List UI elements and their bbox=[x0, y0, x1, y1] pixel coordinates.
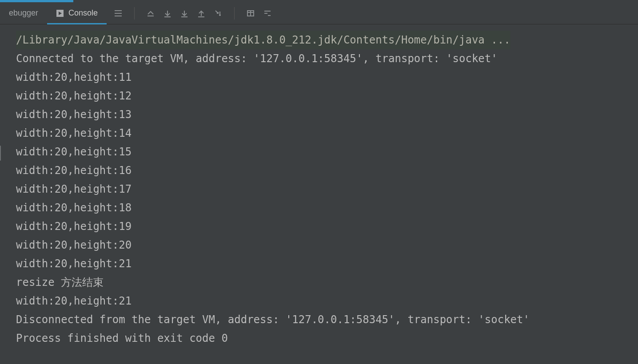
console-line: Disconnected from the target VM, address… bbox=[16, 310, 638, 329]
console-play-icon bbox=[56, 9, 64, 17]
toolbar-icons bbox=[107, 7, 273, 20]
toolbar-separator bbox=[234, 7, 235, 20]
console-line: width:20,height:19 bbox=[16, 217, 638, 236]
console-line: width:20,height:21 bbox=[16, 292, 638, 310]
download-icon[interactable] bbox=[179, 8, 190, 19]
console-line: width:20,height:17 bbox=[16, 180, 638, 198]
console-line: width:20,height:14 bbox=[16, 124, 638, 142]
grid-icon[interactable] bbox=[245, 8, 256, 19]
console-line: Connected to the target VM, address: '12… bbox=[16, 49, 638, 68]
scroll-up-arrow-icon[interactable] bbox=[145, 8, 156, 19]
filter-icon[interactable] bbox=[113, 8, 124, 19]
jump-to-line-icon[interactable] bbox=[213, 8, 223, 19]
toolbar-separator bbox=[134, 7, 135, 20]
console-output[interactable]: /Library/Java/JavaVirtualMachines/jdk1.8… bbox=[0, 24, 638, 348]
gutter-marker bbox=[0, 146, 1, 161]
console-line: width:20,height:12 bbox=[16, 87, 638, 105]
console-line: width:20,height:21 bbox=[16, 254, 638, 273]
console-line: width:20,height:13 bbox=[16, 105, 638, 124]
console-main: /Library/Java/JavaVirtualMachines/jdk1.8… bbox=[0, 24, 638, 348]
tab-debugger-label: ebugger bbox=[9, 8, 38, 18]
tab-console-label: Console bbox=[68, 8, 98, 18]
console-line: width:20,height:20 bbox=[16, 236, 638, 254]
console-line: Process finished with exit code 0 bbox=[16, 329, 638, 348]
console-line: width:20,height:16 bbox=[16, 161, 638, 180]
export-up-icon[interactable] bbox=[196, 8, 207, 19]
toolbar: ebugger Console bbox=[0, 2, 638, 24]
tab-debugger[interactable]: ebugger bbox=[0, 2, 47, 24]
console-line: width:20,height:11 bbox=[16, 68, 638, 87]
console-line: resize 方法结束 bbox=[16, 273, 638, 292]
tab-console[interactable]: Console bbox=[47, 2, 107, 24]
console-line: width:20,height:15 bbox=[16, 142, 638, 161]
console-command-line: /Library/Java/JavaVirtualMachines/jdk1.8… bbox=[16, 31, 510, 49]
console-line: width:20,height:18 bbox=[16, 198, 638, 217]
wrap-icon[interactable] bbox=[262, 8, 273, 19]
import-down-icon[interactable] bbox=[162, 8, 173, 19]
